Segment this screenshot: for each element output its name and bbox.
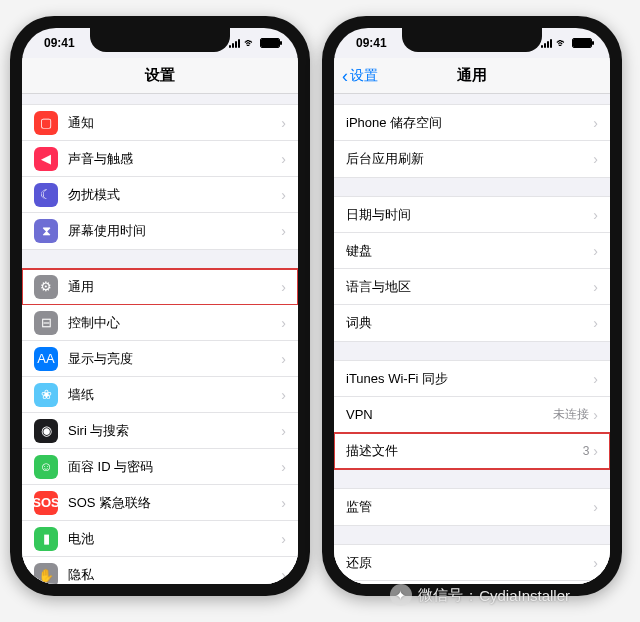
watermark-prefix: 微信号 xyxy=(418,586,463,605)
screentime-icon: ⧗ xyxy=(34,219,58,243)
privacy-icon: ✋ xyxy=(34,563,58,584)
chevron-right-icon: › xyxy=(281,187,286,203)
chevron-right-icon: › xyxy=(593,555,598,571)
row-label: 勿扰模式 xyxy=(68,186,281,204)
list-item[interactable]: 日期与时间› xyxy=(334,197,610,233)
list-item[interactable]: ◀声音与触感› xyxy=(22,141,298,177)
chevron-right-icon: › xyxy=(593,115,598,131)
status-time: 09:41 xyxy=(356,36,387,50)
list-item[interactable]: ✋隐私› xyxy=(22,557,298,584)
row-label: 日期与时间 xyxy=(346,206,593,224)
list-item[interactable]: ⚙通用› xyxy=(22,269,298,305)
wifi-icon: ᯤ xyxy=(556,37,568,49)
siri-icon: ◉ xyxy=(34,419,58,443)
chevron-right-icon: › xyxy=(281,459,286,475)
chevron-right-icon: › xyxy=(281,115,286,131)
row-label: 面容 ID 与密码 xyxy=(68,458,281,476)
chevron-right-icon: › xyxy=(593,371,598,387)
row-label: 显示与亮度 xyxy=(68,350,281,368)
settings-group: ⚙通用›⊟控制中心›AA显示与亮度›❀墙纸›◉Siri 与搜索›☺面容 ID 与… xyxy=(22,268,298,584)
display-icon: AA xyxy=(34,347,58,371)
list-item[interactable]: 键盘› xyxy=(334,233,610,269)
row-label: 语言与地区 xyxy=(346,278,593,296)
list-item[interactable]: ◉Siri 与搜索› xyxy=(22,413,298,449)
row-label: 监管 xyxy=(346,498,593,516)
settings-list[interactable]: ▢通知›◀声音与触感›☾勿扰模式›⧗屏幕使用时间›⚙通用›⊟控制中心›AA显示与… xyxy=(22,94,298,584)
row-label: 墙纸 xyxy=(68,386,281,404)
gear-icon: ⚙ xyxy=(34,275,58,299)
chevron-right-icon: › xyxy=(593,151,598,167)
chevron-right-icon: › xyxy=(593,207,598,223)
battery-icon: ▮ xyxy=(34,527,58,551)
chevron-right-icon: › xyxy=(281,531,286,547)
row-label: 控制中心 xyxy=(68,314,281,332)
row-label: 词典 xyxy=(346,314,593,332)
row-label: 通用 xyxy=(68,278,281,296)
list-item[interactable]: ☾勿扰模式› xyxy=(22,177,298,213)
notch xyxy=(90,28,230,52)
chevron-right-icon: › xyxy=(281,423,286,439)
row-label: 键盘 xyxy=(346,242,593,260)
chevron-left-icon: ‹ xyxy=(342,67,348,85)
chevron-right-icon: › xyxy=(281,567,286,583)
phone-right: 09:41 ᯤ ‹ 设置 通用 iPhone 储存空间›后台应用刷新›日期与时间… xyxy=(322,16,622,596)
list-item[interactable]: iPhone 储存空间› xyxy=(334,105,610,141)
faceid-icon: ☺ xyxy=(34,455,58,479)
dnd-icon: ☾ xyxy=(34,183,58,207)
wifi-icon: ᯤ xyxy=(244,37,256,49)
phone-left: 09:41 ᯤ 设置 ▢通知›◀声音与触感›☾勿扰模式›⧗屏幕使用时间›⚙通用›… xyxy=(10,16,310,596)
list-item[interactable]: SOSSOS 紧急联络› xyxy=(22,485,298,521)
back-label: 设置 xyxy=(350,67,378,85)
list-item[interactable]: 后台应用刷新› xyxy=(334,141,610,177)
settings-group: 还原›关机 xyxy=(334,544,610,584)
list-item[interactable]: 还原› xyxy=(334,545,610,581)
row-label: SOS 紧急联络 xyxy=(68,494,281,512)
list-item[interactable]: iTunes Wi-Fi 同步› xyxy=(334,361,610,397)
control-icon: ⊟ xyxy=(34,311,58,335)
chevron-right-icon: › xyxy=(281,495,286,511)
list-item[interactable]: VPN未连接› xyxy=(334,397,610,433)
row-label: 还原 xyxy=(346,554,593,572)
row-label: 描述文件 xyxy=(346,442,583,460)
row-label: 电池 xyxy=(68,530,281,548)
row-label: 屏幕使用时间 xyxy=(68,222,281,240)
row-label: iPhone 储存空间 xyxy=(346,114,593,132)
list-item[interactable]: ⧗屏幕使用时间› xyxy=(22,213,298,249)
chevron-right-icon: › xyxy=(593,315,598,331)
chevron-right-icon: › xyxy=(593,499,598,515)
back-button[interactable]: ‹ 设置 xyxy=(342,67,378,85)
row-label: VPN xyxy=(346,407,553,422)
list-item[interactable]: 描述文件3› xyxy=(334,433,610,469)
row-label: 通知 xyxy=(68,114,281,132)
list-item[interactable]: ☺面容 ID 与密码› xyxy=(22,449,298,485)
watermark: ✦ 微信号: CydiaInstaller xyxy=(390,584,570,606)
nav-bar-left: 设置 xyxy=(22,58,298,94)
settings-group: 日期与时间›键盘›语言与地区›词典› xyxy=(334,196,610,342)
chevron-right-icon: › xyxy=(593,407,598,423)
list-item[interactable]: 监管› xyxy=(334,489,610,525)
row-label: iTunes Wi-Fi 同步 xyxy=(346,370,593,388)
general-list[interactable]: iPhone 储存空间›后台应用刷新›日期与时间›键盘›语言与地区›词典›iTu… xyxy=(334,94,610,584)
status-time: 09:41 xyxy=(44,36,75,50)
row-label: 声音与触感 xyxy=(68,150,281,168)
list-item[interactable]: ▮电池› xyxy=(22,521,298,557)
wechat-icon: ✦ xyxy=(390,584,412,606)
list-item[interactable]: ⊟控制中心› xyxy=(22,305,298,341)
row-label: Siri 与搜索 xyxy=(68,422,281,440)
list-item[interactable]: ❀墙纸› xyxy=(22,377,298,413)
list-item[interactable]: ▢通知› xyxy=(22,105,298,141)
page-title: 通用 xyxy=(457,66,487,85)
list-item[interactable]: 词典› xyxy=(334,305,610,341)
chevron-right-icon: › xyxy=(593,279,598,295)
settings-group: iTunes Wi-Fi 同步›VPN未连接›描述文件3› xyxy=(334,360,610,470)
list-item[interactable]: AA显示与亮度› xyxy=(22,341,298,377)
chevron-right-icon: › xyxy=(593,443,598,459)
list-item[interactable]: 语言与地区› xyxy=(334,269,610,305)
row-label: 隐私 xyxy=(68,566,281,584)
signal-icon xyxy=(229,38,240,48)
settings-group: 监管› xyxy=(334,488,610,526)
chevron-right-icon: › xyxy=(281,315,286,331)
sos-icon: SOS xyxy=(34,491,58,515)
signal-icon xyxy=(541,38,552,48)
row-detail: 3 xyxy=(583,444,590,458)
